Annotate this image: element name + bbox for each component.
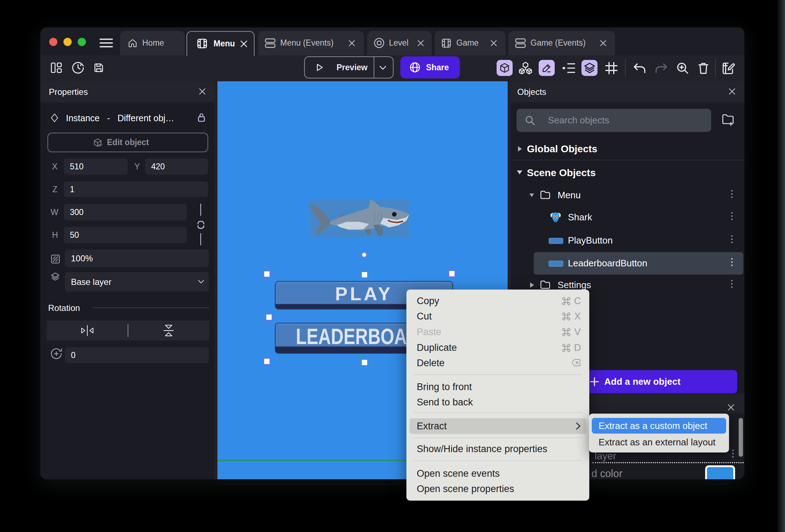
svg-text:2D: 2D — [98, 144, 102, 147]
